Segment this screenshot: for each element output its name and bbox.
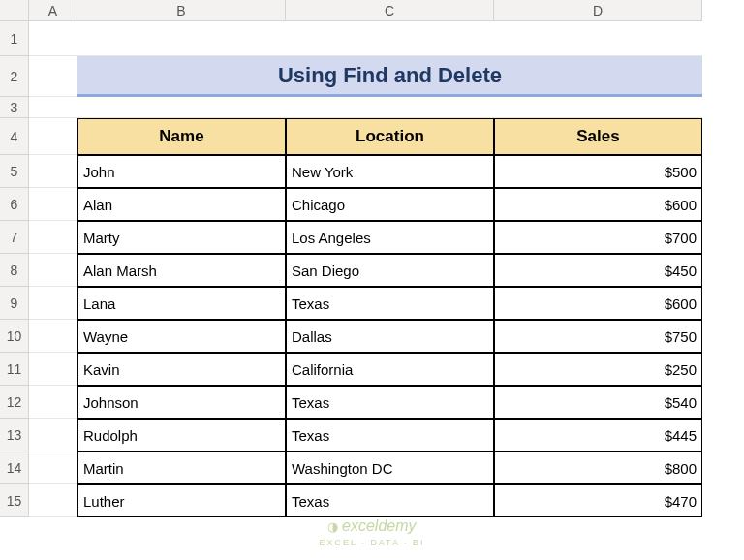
cell-a12[interactable]: [29, 386, 78, 419]
row-header-2[interactable]: 2: [0, 56, 29, 97]
cell-a6[interactable]: [29, 188, 78, 221]
header-location[interactable]: Location: [286, 118, 494, 155]
select-all-corner[interactable]: [0, 0, 29, 21]
row-header-6[interactable]: 6: [0, 188, 29, 221]
cell-sales-9[interactable]: $800: [494, 451, 702, 484]
col-header-d[interactable]: D: [494, 0, 702, 21]
cell-sales-1[interactable]: $600: [494, 188, 702, 221]
row-header-9[interactable]: 9: [0, 287, 29, 320]
cell-name-9[interactable]: Martin: [78, 451, 286, 484]
cell-sales-5[interactable]: $750: [494, 320, 702, 353]
cell-name-1[interactable]: Alan: [78, 188, 286, 221]
cell-a15[interactable]: [29, 484, 78, 517]
watermark-tagline: EXCEL · DATA · BI: [320, 538, 425, 547]
header-name[interactable]: Name: [78, 118, 286, 155]
row-header-14[interactable]: 14: [0, 451, 29, 484]
cell-location-5[interactable]: Dallas: [286, 320, 494, 353]
cell-a4[interactable]: [29, 118, 78, 155]
cell-d1[interactable]: [494, 21, 702, 56]
cell-location-0[interactable]: New York: [286, 155, 494, 188]
title-cell[interactable]: Using Find and Delete: [78, 56, 702, 97]
spreadsheet-grid: A B C D 1 2 Using Find and Delete 3 4 Na…: [0, 0, 744, 517]
cell-a11[interactable]: [29, 353, 78, 386]
col-header-c[interactable]: C: [286, 0, 494, 21]
cell-location-7[interactable]: Texas: [286, 386, 494, 419]
row-header-8[interactable]: 8: [0, 254, 29, 287]
cell-sales-10[interactable]: $470: [494, 484, 702, 517]
row-header-4[interactable]: 4: [0, 118, 29, 155]
header-sales[interactable]: Sales: [494, 118, 702, 155]
cell-a2[interactable]: [29, 56, 78, 97]
row-header-5[interactable]: 5: [0, 155, 29, 188]
cell-a13[interactable]: [29, 419, 78, 451]
cell-name-5[interactable]: Wayne: [78, 320, 286, 353]
cell-location-6[interactable]: California: [286, 353, 494, 386]
cell-sales-4[interactable]: $600: [494, 287, 702, 320]
row-header-13[interactable]: 13: [0, 419, 29, 451]
cell-b3[interactable]: [78, 97, 286, 118]
cell-location-4[interactable]: Texas: [286, 287, 494, 320]
cell-a3[interactable]: [29, 97, 78, 118]
cell-name-7[interactable]: Johnson: [78, 386, 286, 419]
cell-d3[interactable]: [494, 97, 702, 118]
cell-a8[interactable]: [29, 254, 78, 287]
cell-location-3[interactable]: San Diego: [286, 254, 494, 287]
row-header-11[interactable]: 11: [0, 353, 29, 386]
cell-location-1[interactable]: Chicago: [286, 188, 494, 221]
row-header-12[interactable]: 12: [0, 386, 29, 419]
watermark-brand: exceldemy: [342, 517, 416, 534]
watermark-icon: ◑: [327, 519, 342, 534]
cell-name-4[interactable]: Lana: [78, 287, 286, 320]
cell-name-8[interactable]: Rudolph: [78, 419, 286, 451]
cell-sales-3[interactable]: $450: [494, 254, 702, 287]
row-header-10[interactable]: 10: [0, 320, 29, 353]
watermark: ◑ exceldemy EXCEL · DATA · BI: [320, 517, 425, 548]
cell-name-2[interactable]: Marty: [78, 221, 286, 254]
row-header-7[interactable]: 7: [0, 221, 29, 254]
cell-name-6[interactable]: Kavin: [78, 353, 286, 386]
cell-a1[interactable]: [29, 21, 78, 56]
cell-sales-2[interactable]: $700: [494, 221, 702, 254]
cell-b1[interactable]: [78, 21, 286, 56]
cell-name-3[interactable]: Alan Marsh: [78, 254, 286, 287]
cell-location-8[interactable]: Texas: [286, 419, 494, 451]
cell-a10[interactable]: [29, 320, 78, 353]
cell-location-9[interactable]: Washington DC: [286, 451, 494, 484]
row-header-3[interactable]: 3: [0, 97, 29, 118]
cell-location-2[interactable]: Los Angeles: [286, 221, 494, 254]
cell-sales-6[interactable]: $250: [494, 353, 702, 386]
cell-sales-8[interactable]: $445: [494, 419, 702, 451]
cell-a5[interactable]: [29, 155, 78, 188]
cell-name-0[interactable]: John: [78, 155, 286, 188]
row-header-1[interactable]: 1: [0, 21, 29, 56]
cell-name-10[interactable]: Luther: [78, 484, 286, 517]
col-header-a[interactable]: A: [29, 0, 78, 21]
col-header-b[interactable]: B: [78, 0, 286, 21]
cell-location-10[interactable]: Texas: [286, 484, 494, 517]
cell-sales-0[interactable]: $500: [494, 155, 702, 188]
cell-c1[interactable]: [286, 21, 494, 56]
cell-a7[interactable]: [29, 221, 78, 254]
cell-c3[interactable]: [286, 97, 494, 118]
cell-a9[interactable]: [29, 287, 78, 320]
cell-sales-7[interactable]: $540: [494, 386, 702, 419]
cell-a14[interactable]: [29, 451, 78, 484]
row-header-15[interactable]: 15: [0, 484, 29, 517]
